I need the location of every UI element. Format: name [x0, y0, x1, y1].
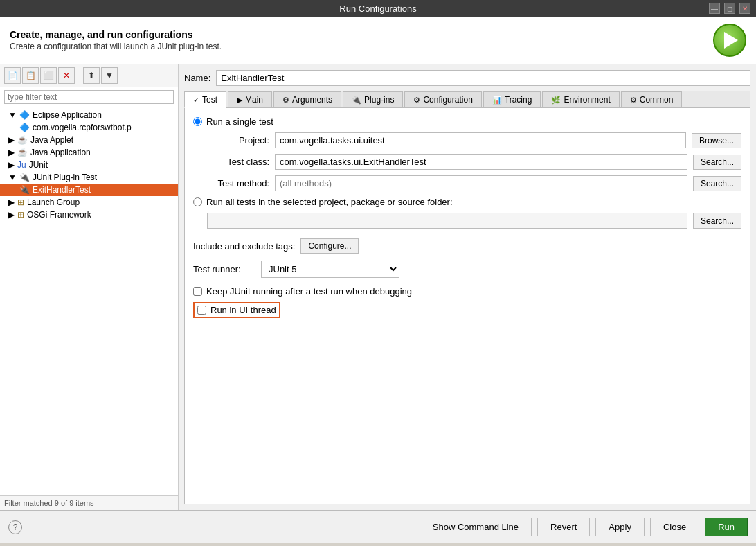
tracing-tab-icon: 📊: [492, 96, 502, 105]
delete-button[interactable]: ✕: [58, 67, 75, 84]
run-all-tests-option: Run all tests in the selected project, p…: [193, 197, 741, 207]
show-command-line-button[interactable]: Show Command Line: [420, 518, 532, 536]
tab-configuration[interactable]: ⚙ Configuration: [404, 91, 481, 107]
close-button[interactable]: Close: [650, 518, 699, 536]
test-method-search-button[interactable]: Search...: [693, 176, 741, 191]
tree-item-osgi[interactable]: ▶ ⊞ OSGi Framework: [0, 209, 178, 221]
test-method-input[interactable]: [275, 175, 687, 191]
run-all-radio[interactable]: [193, 197, 202, 206]
run-all-section: Run all tests in the selected project, p…: [193, 197, 741, 229]
tree-label-java-app: Java Application: [30, 148, 91, 157]
test-class-search-button[interactable]: Search...: [693, 155, 741, 170]
tab-main[interactable]: ▶ Main: [228, 91, 272, 107]
name-label: Name:: [184, 73, 210, 83]
project-label: Project:: [207, 135, 269, 146]
configure-tags-button[interactable]: Configure...: [300, 238, 359, 254]
restore-button[interactable]: ◻: [724, 3, 735, 14]
run-in-ui-thread-checkbox[interactable]: [197, 306, 206, 315]
sidebar-footer: Filter matched 9 of 9 items: [0, 495, 178, 510]
run-in-ui-thread-label: Run in UI thread: [210, 305, 276, 315]
keep-running-label: Keep JUnit running after a test run when…: [206, 286, 412, 297]
project-input[interactable]: [275, 132, 686, 148]
tags-row: Include and exclude tags: Configure...: [193, 238, 741, 254]
tags-label: Include and exclude tags:: [193, 241, 295, 252]
tree-label-osgi: OSGi Framework: [27, 210, 91, 220]
project-row: Project: Browse...: [207, 132, 741, 148]
test-method-row: Test method: Search...: [207, 175, 741, 191]
test-method-label: Test method:: [207, 178, 269, 188]
tab-arguments[interactable]: ⚙ Arguments: [273, 91, 341, 107]
run-all-search-button[interactable]: Search...: [693, 213, 741, 229]
revert-button[interactable]: Revert: [537, 518, 590, 536]
tab-common[interactable]: ⚙ Common: [621, 91, 683, 107]
header-subtitle: Create a configuration that will launch …: [10, 42, 222, 51]
sidebar-toolbar: 📄 📋 ⬜ ✕ ⬆ ▼: [0, 64, 178, 87]
test-class-input[interactable]: [275, 154, 687, 170]
tab-tracing[interactable]: 📊 Tracing: [483, 91, 541, 107]
sidebar-tree: ▼ 🔷 Eclipse Application 🔷 com.vogella.rc…: [0, 107, 178, 495]
run-triangle-icon: [724, 32, 738, 49]
expand-icon-3: ▶: [8, 160, 15, 170]
sidebar-filter-area: [0, 87, 178, 107]
tree-label-java-applet: Java Applet: [30, 135, 73, 145]
tree-item-eclipse-app[interactable]: ▼ 🔷 Eclipse Application: [0, 109, 178, 121]
help-button[interactable]: ?: [8, 520, 22, 534]
test-runner-select[interactable]: JUnit 3 JUnit 4 JUnit 5: [261, 261, 399, 278]
tab-environment[interactable]: 🌿 Environment: [542, 91, 619, 107]
tree-label-junit: JUnit: [29, 160, 48, 170]
project-browse-button[interactable]: Browse...: [692, 133, 741, 148]
env-tab-icon: 🌿: [551, 96, 561, 105]
arguments-tab-icon: ⚙: [282, 96, 289, 105]
filter-input[interactable]: [4, 90, 174, 104]
new-from-proto-button[interactable]: 📋: [22, 67, 39, 84]
collapse-icon-2: ▼: [8, 173, 17, 182]
run-all-input[interactable]: [207, 213, 687, 229]
toolbar-separator: [76, 67, 82, 84]
com-vogella-icon: 🔷: [19, 123, 30, 132]
dialog-body: 📄 📋 ⬜ ✕ ⬆ ▼ ▼ 🔷 Eclipse Application: [0, 64, 756, 510]
tree-item-exit-handler[interactable]: 🔌 ExitHandlerTest: [0, 184, 178, 196]
apply-button[interactable]: Apply: [595, 518, 645, 536]
keep-running-checkbox[interactable]: [193, 287, 202, 296]
tree-item-junit[interactable]: ▶ Ju JUnit: [0, 159, 178, 171]
run-single-radio[interactable]: [193, 117, 202, 126]
sidebar: 📄 📋 ⬜ ✕ ⬆ ▼ ▼ 🔷 Eclipse Application: [0, 64, 179, 510]
plugins-tab-icon: 🔌: [352, 96, 361, 105]
close-button[interactable]: ✕: [739, 3, 750, 14]
minimize-button[interactable]: —: [709, 3, 720, 14]
tree-item-launch-group[interactable]: ▶ ⊞ Launch Group: [0, 196, 178, 209]
junit-icon: Ju: [17, 160, 26, 170]
run-icon-button[interactable]: [713, 24, 746, 57]
tree-label-launch-group: Launch Group: [27, 197, 80, 207]
test-tab-icon: ✓: [193, 96, 199, 105]
test-class-label: Test class:: [207, 157, 269, 167]
junit-plugin-icon: 🔌: [19, 173, 30, 182]
run-button[interactable]: Run: [705, 518, 748, 536]
tab-plugins[interactable]: 🔌 Plug-ins: [343, 91, 403, 107]
expand-icon-2: ▶: [8, 148, 15, 157]
tree-item-java-app[interactable]: ▶ ☕ Java Application: [0, 146, 178, 159]
title-bar: Run Configurations — ◻ ✕: [0, 0, 756, 17]
export-button[interactable]: ⬆: [83, 67, 100, 84]
tabs-bar: ✓ Test ▶ Main ⚙ Arguments 🔌 Plug-ins ⚙: [184, 91, 750, 108]
expand-icon-4: ▶: [8, 197, 15, 207]
tree-item-junit-plugin[interactable]: ▼ 🔌 JUnit Plug-in Test: [0, 171, 178, 184]
run-single-label: Run a single test: [206, 116, 273, 127]
launch-group-icon: ⊞: [17, 197, 24, 207]
tree-item-java-applet[interactable]: ▶ ☕ Java Applet: [0, 134, 178, 146]
tree-label-eclipse-app: Eclipse Application: [33, 110, 102, 120]
config-tab-icon: ⚙: [413, 96, 420, 105]
dialog-footer: ? Show Command Line Revert Apply Close R…: [0, 510, 756, 543]
tree-label-exit-handler: ExitHandlerTest: [33, 185, 91, 195]
tree-item-com-vogella[interactable]: 🔷 com.vogella.rcpforswtbot.p: [0, 121, 178, 134]
name-input[interactable]: [216, 70, 750, 86]
filter-button[interactable]: ▼: [101, 67, 118, 84]
java-applet-icon: ☕: [17, 135, 28, 145]
collapse-icon: ▼: [8, 110, 17, 120]
tab-test[interactable]: ✓ Test: [184, 91, 226, 108]
new-config-button[interactable]: 📄: [4, 67, 21, 84]
tab-content-test: Run a single test Project: Browse... Tes…: [184, 108, 750, 504]
duplicate-button[interactable]: ⬜: [40, 67, 57, 84]
expand-icon-5: ▶: [8, 210, 15, 220]
run-all-label: Run all tests in the selected project, p…: [206, 197, 453, 207]
